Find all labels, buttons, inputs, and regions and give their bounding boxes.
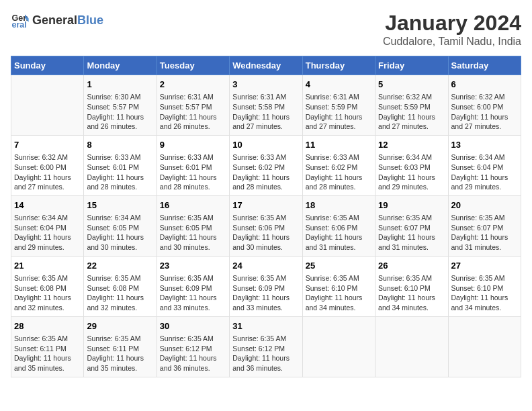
- day-info: Sunrise: 6:32 AM: [14, 152, 81, 163]
- day-number: 2: [160, 79, 226, 91]
- day-info: and 27 minutes.: [306, 122, 372, 132]
- day-info: Sunset: 5:59 PM: [306, 102, 372, 112]
- day-info: Daylight: 11 hours: [378, 112, 445, 122]
- day-info: Daylight: 11 hours: [451, 173, 518, 183]
- day-info: Sunset: 6:00 PM: [14, 163, 81, 173]
- calendar-cell: 21Sunrise: 6:35 AMSunset: 6:08 PMDayligh…: [11, 256, 84, 316]
- day-info: and 28 minutes.: [306, 182, 372, 192]
- day-info: Sunrise: 6:32 AM: [451, 92, 518, 102]
- day-info: Sunset: 6:09 PM: [232, 283, 299, 293]
- day-info: Sunrise: 6:34 AM: [87, 213, 153, 223]
- day-info: Daylight: 11 hours: [160, 173, 226, 183]
- day-info: Daylight: 11 hours: [160, 353, 226, 363]
- calendar-cell: [11, 75, 84, 136]
- day-info: Sunset: 6:04 PM: [14, 223, 81, 233]
- calendar-cell: 22Sunrise: 6:35 AMSunset: 6:08 PMDayligh…: [84, 256, 157, 316]
- day-info: Sunrise: 6:35 AM: [451, 213, 518, 223]
- calendar-table: Sunday Monday Tuesday Wednesday Thursday…: [11, 56, 521, 377]
- day-number: 30: [160, 320, 226, 332]
- day-info: Sunset: 6:05 PM: [160, 223, 226, 233]
- day-info: and 31 minutes.: [378, 242, 445, 253]
- day-info: and 33 minutes.: [232, 303, 299, 313]
- day-number: 31: [232, 320, 299, 332]
- day-info: Daylight: 11 hours: [232, 173, 299, 183]
- day-number: 17: [232, 199, 299, 212]
- header-friday: Friday: [375, 56, 448, 75]
- day-info: Sunrise: 6:31 AM: [160, 92, 226, 102]
- day-info: and 29 minutes.: [451, 182, 518, 192]
- calendar-cell: 4Sunrise: 6:31 AMSunset: 5:59 PMDaylight…: [302, 75, 375, 136]
- day-info: Sunrise: 6:35 AM: [160, 334, 226, 344]
- calendar-cell: 10Sunrise: 6:33 AMSunset: 6:02 PMDayligh…: [230, 135, 302, 195]
- calendar-cell: 12Sunrise: 6:34 AMSunset: 6:03 PMDayligh…: [375, 135, 448, 195]
- day-info: Daylight: 11 hours: [14, 293, 81, 303]
- day-number: 3: [232, 79, 299, 91]
- day-info: Sunset: 6:11 PM: [87, 344, 153, 354]
- day-number: 9: [160, 139, 226, 151]
- calendar-cell: 20Sunrise: 6:35 AMSunset: 6:07 PMDayligh…: [448, 195, 521, 256]
- day-number: 15: [87, 199, 153, 212]
- day-info: Sunset: 5:57 PM: [160, 102, 226, 112]
- calendar-cell: 23Sunrise: 6:35 AMSunset: 6:09 PMDayligh…: [157, 256, 229, 316]
- day-info: Daylight: 11 hours: [232, 232, 299, 242]
- day-info: and 36 minutes.: [232, 363, 299, 373]
- calendar-cell: 13Sunrise: 6:34 AMSunset: 6:04 PMDayligh…: [448, 135, 521, 195]
- day-info: and 27 minutes.: [232, 122, 299, 132]
- day-info: Sunrise: 6:35 AM: [378, 273, 445, 283]
- day-info: Sunrise: 6:34 AM: [451, 152, 518, 163]
- day-info: and 26 minutes.: [160, 122, 226, 132]
- day-info: and 31 minutes.: [306, 242, 372, 253]
- calendar-cell: 7Sunrise: 6:32 AMSunset: 6:00 PMDaylight…: [11, 135, 84, 195]
- header-monday: Monday: [84, 56, 157, 75]
- calendar-cell: 25Sunrise: 6:35 AMSunset: 6:10 PMDayligh…: [302, 256, 375, 316]
- day-number: 11: [306, 139, 372, 151]
- day-info: Daylight: 11 hours: [451, 293, 518, 303]
- calendar-cell: 26Sunrise: 6:35 AMSunset: 6:10 PMDayligh…: [375, 256, 448, 316]
- day-info: Daylight: 11 hours: [160, 232, 226, 242]
- header-saturday: Saturday: [448, 56, 521, 75]
- day-info: Sunrise: 6:35 AM: [378, 213, 445, 223]
- calendar-cell: 9Sunrise: 6:33 AMSunset: 6:01 PMDaylight…: [157, 135, 229, 195]
- day-info: Sunrise: 6:35 AM: [160, 213, 226, 223]
- day-info: and 30 minutes.: [87, 242, 153, 253]
- day-info: Sunset: 6:12 PM: [232, 344, 299, 354]
- calendar-cell: 2Sunrise: 6:31 AMSunset: 5:57 PMDaylight…: [157, 75, 229, 136]
- day-info: and 26 minutes.: [87, 122, 153, 132]
- day-info: Sunset: 6:10 PM: [378, 283, 445, 293]
- day-info: Daylight: 11 hours: [306, 112, 372, 122]
- day-info: Daylight: 11 hours: [378, 293, 445, 303]
- day-info: Sunset: 5:58 PM: [232, 102, 299, 112]
- calendar-header: Sunday Monday Tuesday Wednesday Thursday…: [11, 56, 521, 75]
- calendar-cell: 27Sunrise: 6:35 AMSunset: 6:10 PMDayligh…: [448, 256, 521, 316]
- day-number: 26: [378, 260, 445, 272]
- calendar-cell: 31Sunrise: 6:35 AMSunset: 6:12 PMDayligh…: [230, 316, 302, 377]
- day-number: 21: [14, 260, 81, 272]
- day-info: Sunrise: 6:33 AM: [160, 152, 226, 163]
- day-info: Sunrise: 6:32 AM: [378, 92, 445, 102]
- day-info: Sunset: 6:04 PM: [451, 163, 518, 173]
- day-info: Sunset: 6:08 PM: [14, 283, 81, 293]
- day-info: Daylight: 11 hours: [451, 232, 518, 242]
- day-info: and 28 minutes.: [87, 182, 153, 192]
- day-number: 4: [306, 79, 372, 91]
- day-info: and 32 minutes.: [87, 303, 153, 313]
- day-info: Sunrise: 6:33 AM: [87, 152, 153, 163]
- calendar-cell: 24Sunrise: 6:35 AMSunset: 6:09 PMDayligh…: [230, 256, 302, 316]
- day-info: Daylight: 11 hours: [232, 293, 299, 303]
- calendar-cell: 8Sunrise: 6:33 AMSunset: 6:01 PMDaylight…: [84, 135, 157, 195]
- day-number: 5: [378, 79, 445, 91]
- day-number: 20: [451, 199, 518, 212]
- day-info: Daylight: 11 hours: [160, 112, 226, 122]
- day-info: Daylight: 11 hours: [14, 353, 81, 363]
- day-info: Sunset: 6:07 PM: [451, 223, 518, 233]
- day-info: Sunrise: 6:35 AM: [87, 334, 153, 344]
- day-info: and 32 minutes.: [14, 303, 81, 313]
- day-info: Sunset: 6:10 PM: [306, 283, 372, 293]
- header-sunday: Sunday: [11, 56, 84, 75]
- logo-general: General: [32, 13, 77, 27]
- calendar-cell: 3Sunrise: 6:31 AMSunset: 5:58 PMDaylight…: [230, 75, 302, 136]
- day-info: and 35 minutes.: [14, 363, 81, 373]
- day-info: Daylight: 11 hours: [378, 232, 445, 242]
- day-info: Sunrise: 6:35 AM: [306, 273, 372, 283]
- calendar-cell: 28Sunrise: 6:35 AMSunset: 6:11 PMDayligh…: [11, 316, 84, 377]
